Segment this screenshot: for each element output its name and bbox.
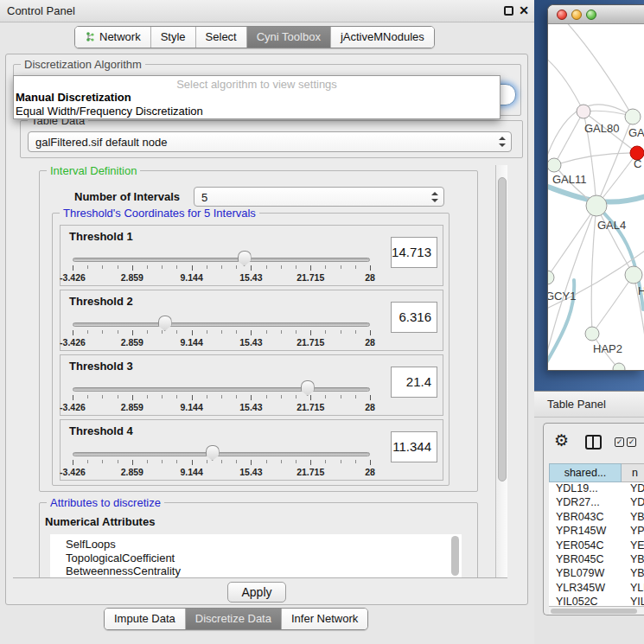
table-row[interactable]: YLR345WYLR3 [549,582,644,596]
attribute-list-item[interactable]: BetweennessCentrality [50,564,462,578]
panel-scrollbar[interactable] [495,165,507,578]
slider-handle[interactable] [238,251,252,266]
slider-track[interactable] [73,322,370,327]
tick-mark [176,265,177,269]
node-label: GAL11 [552,173,587,186]
attributes-groupbox: Attributes to discretize Numerical Attri… [39,502,478,578]
slider-handle[interactable] [301,380,315,396]
slider-handle[interactable] [206,445,220,461]
table-row[interactable]: YPR145WYPR1 [549,525,644,539]
network-node-gal4[interactable] [586,195,607,216]
tick-mark [310,460,311,465]
tick-mark [310,330,311,335]
tick-mark [310,265,311,271]
slider-track[interactable] [73,452,370,456]
network-node-gal[interactable] [625,109,641,124]
tick-mark [87,460,88,463]
algorithm-prompt-option[interactable]: Select algorithm to view settings [14,76,500,91]
tick-label: 21.715 [296,272,324,283]
checkbox-icon[interactable]: ✓ [627,437,636,447]
network-node-hap2[interactable] [585,327,599,341]
table-row[interactable]: YBR045CYBR0 [549,553,644,567]
slider-handle[interactable] [158,316,172,331]
tab-label: Select [206,30,237,43]
tab-cyni-toolbox[interactable]: Cyni Toolbox [246,27,330,48]
threshold-value-field[interactable]: 6.316 [391,302,437,333]
tick-mark [102,265,103,269]
panel-scrollbar-thumb[interactable] [498,177,507,481]
table-row[interactable]: YIL052CYIL0 [549,596,644,606]
tick-mark [162,460,163,463]
table-horizontal-scrollbar[interactable] [549,606,644,615]
apply-button[interactable]: Apply [227,582,286,603]
combo-spinner-icon [499,137,505,147]
network-node-gcy1[interactable] [548,271,554,284]
close-traffic-light[interactable] [557,10,567,20]
table-row[interactable]: YBR043CYBR0 [549,511,644,525]
attribute-list-item[interactable]: SelfLoops [50,538,462,552]
tick-label: 21.715 [296,467,324,477]
threshold-label: Threshold 4 [69,424,133,437]
table-row[interactable]: YER054CYER0 [549,539,644,553]
table-row[interactable]: YBL079WYBL0 [549,567,644,581]
tab-style[interactable]: Style [150,27,195,48]
tick-mark [370,460,371,465]
tab-jactivemnodules[interactable]: jActiveMNodules [330,27,434,48]
threshold-row: Threshold 4-3.4262.8599.14415.4321.71528… [60,419,443,481]
tick-label: -3.426 [60,272,86,283]
algorithm-option-equal-width[interactable]: Equal Width/Frequency Discretization [14,105,500,118]
tab-label: Style [161,30,186,43]
table-header-row: shared... n [549,463,644,482]
column-header-name[interactable]: n [622,463,644,482]
table-data-combobox[interactable]: galFiltered.sif default node [28,131,512,152]
tick-mark [310,395,311,400]
attribute-list-item[interactable]: TopologicalCoefficient [50,552,462,565]
gear-icon[interactable]: ⚙ [554,432,569,449]
tick-mark [102,395,103,399]
tick-mark [162,330,163,334]
close-icon[interactable]: ✕ [519,3,529,17]
tick-mark [266,265,267,269]
list-scrollbar[interactable] [451,536,459,576]
network-node-h[interactable] [625,266,642,284]
cell-name: YDL1 [630,482,644,494]
network-canvas[interactable]: GAL80GALCGAL11GAL4GCY1HHAP2 [548,24,644,370]
number-of-intervals-combobox[interactable]: 5 [194,187,444,207]
tick-mark [281,460,282,463]
threshold-value-field[interactable]: 21.4 [391,367,437,398]
column-header-shared-name[interactable]: shared... [549,463,622,482]
threshold-value-field[interactable]: 11.344 [391,431,437,462]
threshold-label: Threshold 1 [69,230,133,243]
cell-shared-name: YBR043C [556,511,604,523]
slider-track[interactable] [73,387,370,392]
tick-mark [341,330,341,334]
tab-label: Discretize Data [195,612,271,625]
zoom-traffic-light[interactable] [586,10,596,20]
table-row[interactable]: YDR27...YDR2 [549,496,644,510]
tab-network[interactable]: Network [75,27,150,48]
tick-mark [221,330,222,334]
threshold-value-field[interactable]: 14.713 [391,237,437,268]
network-node-gal11[interactable] [548,158,561,172]
tab-infer-network[interactable]: Infer Network [281,609,367,629]
tick-mark [102,330,103,334]
algorithm-option-manual[interactable]: Manual Discretization [14,91,500,105]
tab-select[interactable]: Select [195,27,246,48]
tab-discretize-data[interactable]: Discretize Data [185,609,281,629]
tick-mark [87,265,88,269]
tick-mark [325,460,326,463]
table-row[interactable]: YDL19...YDL1 [549,482,644,496]
tick-mark [325,265,326,269]
table-hscroll-thumb[interactable] [551,609,637,614]
float-window-icon[interactable] [504,6,513,16]
tab-impute-data[interactable]: Impute Data [105,609,185,629]
split-columns-icon[interactable] [585,435,602,450]
slider-track[interactable] [73,258,370,262]
minimize-traffic-light[interactable] [571,10,582,20]
tick-mark [355,460,356,463]
checkbox-icon[interactable]: ✓ [615,437,624,447]
tick-mark [132,395,133,400]
network-node-gal80[interactable] [577,105,590,118]
tick-mark [296,330,296,334]
node-label: C [634,157,641,170]
